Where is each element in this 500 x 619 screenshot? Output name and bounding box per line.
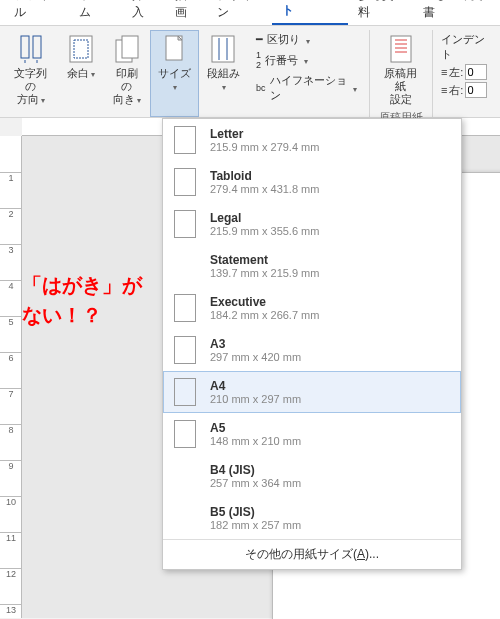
svg-rect-1 (33, 36, 41, 58)
ribbon-tabs: ファイル ホーム 挿入 描画 デザイン レイアウト 参考資料 差し込み文書 (0, 0, 500, 26)
ruler-tick: 11 (0, 532, 22, 543)
svg-rect-7 (212, 36, 234, 62)
size-option-dimensions: 182 mm x 257 mm (210, 519, 301, 531)
breaks-button[interactable]: ━ 区切り (256, 32, 357, 47)
size-option-a4[interactable]: A4210 mm x 297 mm (163, 371, 461, 413)
indent-title: インデント (441, 32, 492, 62)
ruler-tick: 4 (0, 280, 22, 291)
manuscript-label: 原稿用紙設定 (381, 67, 421, 107)
svg-rect-0 (21, 36, 29, 58)
indent-right-label: 右: (449, 83, 463, 98)
ribbon: 文字列の方向 余白 印刷の向き サイズ (0, 26, 500, 118)
ruler-tick: 9 (0, 460, 22, 471)
size-option-tabloid[interactable]: Tabloid279.4 mm x 431.8 mm (163, 161, 461, 203)
hyphenation-button[interactable]: bc ハイフネーション (256, 73, 357, 103)
ruler-tick: 2 (0, 208, 22, 219)
ruler-tick: 12 (0, 568, 22, 579)
paper-thumb-icon (174, 126, 196, 154)
size-option-name: Letter (210, 127, 319, 141)
annotation-text: 「はがき」が ない！？ (22, 270, 142, 330)
manuscript-icon (385, 33, 417, 65)
paper-thumb-icon (174, 294, 196, 322)
vertical-ruler[interactable]: 12345678910111213 (0, 136, 22, 618)
breaks-icon: ━ (256, 33, 263, 46)
orientation-label: 印刷の向き (111, 67, 143, 107)
indent-left-icon: ≡ (441, 66, 447, 78)
more-paper-sizes[interactable]: その他の用紙サイズ(A)... (163, 539, 461, 569)
orientation-button[interactable]: 印刷の向き (104, 30, 150, 117)
size-option-dimensions: 215.9 mm x 279.4 mm (210, 141, 319, 153)
hyphenation-label: ハイフネーション (270, 73, 347, 103)
size-option-dimensions: 297 mm x 420 mm (210, 351, 301, 363)
size-option-b4-jis-[interactable]: B4 (JIS)257 mm x 364 mm (163, 455, 461, 497)
size-option-b5-jis-[interactable]: B5 (JIS)182 mm x 257 mm (163, 497, 461, 539)
size-option-a3[interactable]: A3297 mm x 420 mm (163, 329, 461, 371)
indent-left-label: 左: (449, 65, 463, 80)
paper-thumb-icon (174, 378, 196, 406)
size-option-name: Tabloid (210, 169, 319, 183)
indent-right-input[interactable] (465, 82, 487, 98)
tab-layout[interactable]: レイアウト (272, 0, 348, 25)
size-option-dimensions: 184.2 mm x 266.7 mm (210, 309, 319, 321)
ruler-tick: 5 (0, 316, 22, 327)
tab-reference[interactable]: 参考資料 (348, 0, 413, 25)
size-option-name: B5 (JIS) (210, 505, 301, 519)
tab-mailmerge[interactable]: 差し込み文書 (413, 0, 500, 25)
size-dropdown: Letter215.9 mm x 279.4 mmTabloid279.4 mm… (162, 118, 462, 570)
size-label: サイズ (157, 67, 192, 93)
tab-draw[interactable]: 描画 (165, 0, 207, 25)
tab-design[interactable]: デザイン (207, 0, 272, 25)
ruler-tick: 7 (0, 388, 22, 399)
breaks-label: 区切り (267, 32, 300, 47)
line-numbers-button[interactable]: 12 行番号 (256, 50, 357, 70)
size-option-dimensions: 279.4 mm x 431.8 mm (210, 183, 319, 195)
size-button[interactable]: サイズ (150, 30, 199, 117)
ruler-tick: 6 (0, 352, 22, 363)
columns-icon (207, 33, 239, 65)
size-option-a5[interactable]: A5148 mm x 210 mm (163, 413, 461, 455)
size-option-statement[interactable]: Statement139.7 mm x 215.9 mm (163, 245, 461, 287)
line-numbers-icon: 12 (256, 50, 261, 70)
paper-thumb-icon (174, 420, 196, 448)
size-icon (158, 33, 190, 65)
tab-home[interactable]: ホーム (69, 0, 123, 25)
size-option-name: Legal (210, 211, 319, 225)
size-option-letter[interactable]: Letter215.9 mm x 279.4 mm (163, 119, 461, 161)
size-option-dimensions: 257 mm x 364 mm (210, 477, 301, 489)
line-numbers-label: 行番号 (265, 53, 298, 68)
size-option-name: A4 (210, 379, 301, 393)
columns-button[interactable]: 段組み (199, 30, 248, 117)
indent-right-icon: ≡ (441, 84, 447, 96)
paper-thumb-icon (174, 168, 196, 196)
columns-label: 段組み (206, 67, 241, 93)
ruler-tick: 13 (0, 604, 22, 615)
size-option-name: B4 (JIS) (210, 463, 301, 477)
size-option-executive[interactable]: Executive184.2 mm x 266.7 mm (163, 287, 461, 329)
margins-button[interactable]: 余白 (58, 30, 104, 117)
size-option-dimensions: 210 mm x 297 mm (210, 393, 301, 405)
orientation-icon (111, 33, 143, 65)
size-option-name: A5 (210, 421, 301, 435)
size-option-legal[interactable]: Legal215.9 mm x 355.6 mm (163, 203, 461, 245)
indent-left-input[interactable] (465, 64, 487, 80)
size-option-dimensions: 215.9 mm x 355.6 mm (210, 225, 319, 237)
svg-rect-5 (122, 36, 138, 58)
margins-icon (65, 33, 97, 65)
ruler-tick: 10 (0, 496, 22, 507)
text-direction-icon (15, 33, 47, 65)
tab-insert[interactable]: 挿入 (122, 0, 164, 25)
text-direction-label: 文字列の方向 (11, 67, 51, 107)
margins-label: 余白 (67, 67, 95, 80)
size-option-name: Statement (210, 253, 319, 267)
tab-file[interactable]: ファイル (4, 0, 69, 25)
size-option-dimensions: 139.7 mm x 215.9 mm (210, 267, 319, 279)
hyphenation-icon: bc (256, 83, 266, 93)
manuscript-button[interactable]: 原稿用紙設定 (374, 30, 428, 110)
paper-thumb-icon (174, 210, 196, 238)
ruler-tick: 1 (0, 172, 22, 183)
ruler-tick: 3 (0, 244, 22, 255)
text-direction-button[interactable]: 文字列の方向 (4, 30, 58, 117)
size-option-name: A3 (210, 337, 301, 351)
ruler-tick: 8 (0, 424, 22, 435)
size-option-name: Executive (210, 295, 319, 309)
